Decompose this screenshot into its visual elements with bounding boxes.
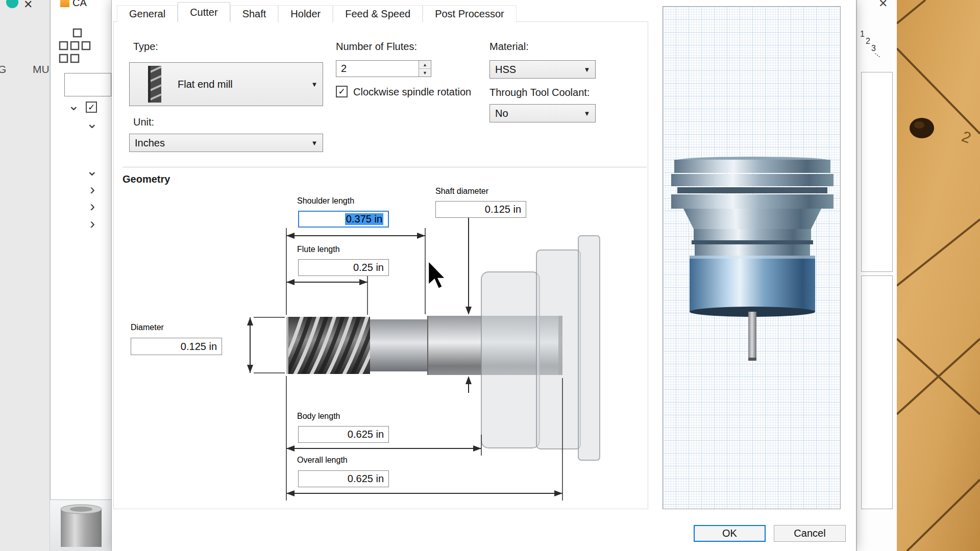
tab-cutter[interactable]: Cutter xyxy=(178,2,230,22)
spinner-up-icon[interactable]: ▲ xyxy=(419,61,431,69)
shoulder-length-input[interactable]: 0.375 in xyxy=(298,211,389,228)
chevron-down-icon: ▼ xyxy=(579,66,595,73)
spindle-rotation-label: Clockwise spindle rotation xyxy=(353,86,471,98)
sheet-number: 1 xyxy=(860,30,865,39)
close-icon[interactable]: ✕ xyxy=(23,0,33,11)
tool-preview-panel[interactable] xyxy=(663,6,841,509)
chevron-down-icon: ▼ xyxy=(306,81,323,88)
sheet-frame-box xyxy=(861,276,893,509)
end-mill-thumbnail-icon xyxy=(137,65,173,104)
unit-value: Inches xyxy=(130,137,306,149)
shaft-diameter-input[interactable]: 0.125 in xyxy=(435,201,526,218)
geometry-section-title: Geometry xyxy=(122,173,170,185)
unit-label: Unit: xyxy=(133,116,154,128)
tab-shaft[interactable]: Shaft xyxy=(230,5,279,22)
tab-feed-speed[interactable]: Feed & Speed xyxy=(333,5,423,22)
chevron-right-icon[interactable]: › xyxy=(90,218,95,229)
shoulder-length-label: Shoulder length xyxy=(297,196,354,206)
mouse-cursor xyxy=(424,258,454,293)
flutes-stepper[interactable]: 2 ▲ ▼ xyxy=(336,60,431,77)
spinner-buttons: ▲ ▼ xyxy=(419,61,431,77)
status-circle-icon[interactable] xyxy=(6,0,18,8)
diameter-label: Diameter xyxy=(131,323,164,332)
search-input[interactable] xyxy=(64,73,111,96)
chevron-down-icon[interactable]: ⌄ xyxy=(86,118,98,129)
body-length-label: Body length xyxy=(297,412,340,421)
body-length-input[interactable]: 0.625 in xyxy=(298,426,389,443)
diameter-input[interactable]: 0.125 in xyxy=(131,338,222,355)
spindle-rotation-checkbox[interactable]: ✓ xyxy=(336,86,348,97)
sheet-number: 2 xyxy=(866,37,870,46)
shoulder-length-value: 0.375 in xyxy=(345,213,383,225)
chevron-down-icon[interactable]: ⌄ xyxy=(68,100,80,111)
cylinder-part-graphic xyxy=(58,504,104,551)
wood-engraving-graphic xyxy=(897,0,980,551)
cancel-button[interactable]: Cancel xyxy=(774,525,846,542)
tab-general[interactable]: General xyxy=(117,5,178,22)
dialog-tabs: General Cutter Shaft Holder Feed & Speed… xyxy=(117,2,517,22)
type-value: Flat end mill xyxy=(173,79,306,90)
type-label: Type: xyxy=(133,41,158,53)
shaft-diameter-value: 0.125 in xyxy=(485,204,521,215)
overall-length-value: 0.625 in xyxy=(348,473,384,485)
sheet-frame-box xyxy=(861,72,893,272)
tree-checkbox[interactable]: ✓ xyxy=(86,102,97,113)
model-viewport-corner[interactable] xyxy=(50,500,111,551)
body-length-value: 0.625 in xyxy=(348,429,384,440)
chevron-down-icon: ▼ xyxy=(306,139,323,147)
section-divider xyxy=(122,167,647,167)
coolant-value: No xyxy=(490,108,579,119)
flute-length-value: 0.25 in xyxy=(353,262,384,273)
ok-button[interactable]: OK xyxy=(694,525,766,542)
drawing-sheet-panel: 1 2 3 ... ✕ xyxy=(856,0,897,551)
overall-length-label: Overall length xyxy=(297,456,348,465)
type-dropdown[interactable]: Flat end mill ▼ xyxy=(129,62,323,106)
spinner-down-icon[interactable]: ▼ xyxy=(419,69,431,77)
chevron-down-icon: ▼ xyxy=(579,110,595,117)
model-viewport-wood[interactable]: 2 xyxy=(897,0,980,551)
palette-app-icon xyxy=(60,0,69,7)
palette-title: CA xyxy=(72,0,87,9)
flute-length-input[interactable]: 0.25 in xyxy=(298,259,389,276)
flutes-label: Number of Flutes: xyxy=(336,41,417,53)
coolant-dropdown[interactable]: No ▼ xyxy=(489,104,596,122)
checkmark-icon: ✓ xyxy=(88,102,95,113)
coolant-label: Through Tool Coolant: xyxy=(489,87,590,98)
shaft-diameter-label: Shaft diameter xyxy=(435,187,488,196)
checkmark-icon: ✓ xyxy=(338,86,345,97)
toolbar-label-mu: MU xyxy=(33,63,50,76)
material-value: HSS xyxy=(490,64,579,76)
unit-dropdown[interactable]: Inches ▼ xyxy=(129,134,323,152)
flute-length-label: Flute length xyxy=(297,245,340,254)
overall-length-input[interactable]: 0.625 in xyxy=(298,470,389,487)
material-dropdown[interactable]: HSS ▼ xyxy=(489,60,596,79)
diameter-value: 0.125 in xyxy=(181,341,217,353)
app-left-toolbar: ✕ G MU xyxy=(0,0,50,551)
close-icon[interactable]: ✕ xyxy=(878,0,888,10)
toolbar-label-g: G xyxy=(0,63,6,76)
flutes-value: 2 xyxy=(336,61,419,77)
chevron-right-icon[interactable]: › xyxy=(90,201,95,212)
pattern-grid-icon[interactable] xyxy=(58,28,104,66)
chevron-down-icon[interactable]: ⌄ xyxy=(86,165,98,177)
material-label: Material: xyxy=(489,41,529,53)
tab-holder[interactable]: Holder xyxy=(278,5,333,22)
holder-3d-render xyxy=(663,7,841,510)
chevron-right-icon[interactable]: › xyxy=(90,184,95,195)
tab-post-processor[interactable]: Post Processor xyxy=(423,5,517,22)
